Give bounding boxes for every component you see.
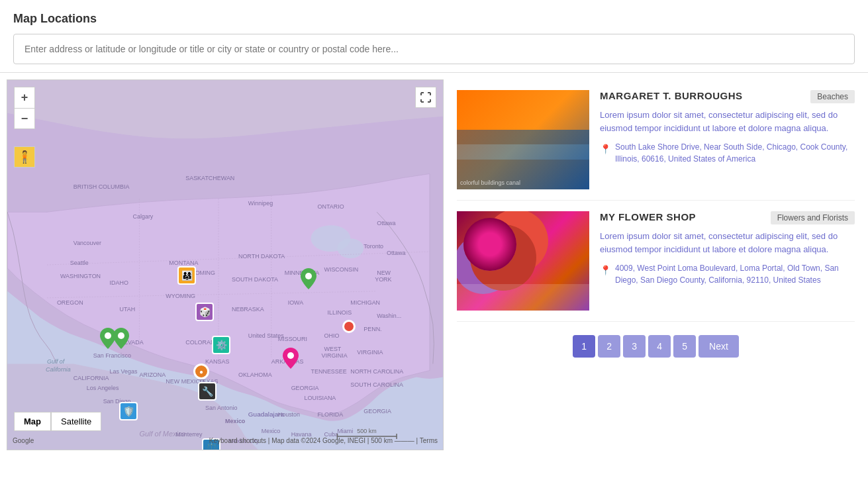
svg-text:Gulf of: Gulf of (47, 358, 66, 365)
listing-image-1 (457, 211, 589, 311)
listing-card-0: MARGARET T. BURROUGHS Beaches Lorem ipsu… (457, 79, 855, 201)
svg-text:IOWA: IOWA (288, 299, 304, 306)
listing-info-1: MY FLOWER SHOP Flowers and Florists Lore… (600, 211, 855, 286)
map-pin-6[interactable]: ● (193, 356, 209, 371)
map-zoom-controls: + − (14, 87, 35, 129)
google-logo: Google (13, 437, 34, 444)
svg-text:BRITISH COLUMBIA: BRITISH COLUMBIA (73, 183, 130, 190)
svg-text:SOUTH DAKOTA: SOUTH DAKOTA (232, 276, 278, 283)
svg-text:OREGON: OREGON (57, 299, 83, 306)
svg-text:VIRGINIA: VIRGINIA (357, 349, 383, 356)
listing-info-0: MARGARET T. BURROUGHS Beaches Lorem ipsu… (600, 90, 855, 165)
svg-text:FLORIDA: FLORIDA (318, 411, 344, 418)
svg-text:San Francisco: San Francisco (93, 352, 131, 359)
svg-text:Toronto: Toronto (363, 243, 383, 250)
svg-text:United States: United States (248, 332, 284, 339)
svg-text:NORTH CAROLINA: NORTH CAROLINA (350, 368, 403, 375)
svg-text:SASKATCHEWAN: SASKATCHEWAN (185, 175, 234, 181)
listing-panel: MARGARET T. BURROUGHS Beaches Lorem ipsu… (444, 73, 868, 481)
map-type-map-button[interactable]: Map (14, 412, 51, 431)
svg-text:GEORGIA: GEORGIA (291, 385, 319, 391)
svg-text:Winnipeg: Winnipeg (248, 200, 273, 207)
svg-point-2 (337, 238, 363, 258)
page-button-1[interactable]: 1 (573, 335, 595, 358)
map-pin-10[interactable] (301, 268, 316, 292)
svg-point-81 (105, 332, 111, 339)
map-data-attribution: Keyboard shortcuts | Map data ©2024 Goog… (209, 437, 438, 444)
svg-text:NORTH DAKOTA: NORTH DAKOTA (238, 253, 285, 260)
svg-text:WISCONSIN: WISCONSIN (324, 266, 358, 273)
svg-text:ONTARIO: ONTARIO (318, 203, 344, 210)
listing-description-0: Lorem ipsum dolor sit amet, consectetur … (600, 109, 855, 134)
svg-text:SOUTH CAROLINA: SOUTH CAROLINA (350, 381, 403, 388)
next-button[interactable]: Next (699, 335, 739, 358)
svg-text:MICHIGAN: MICHIGAN (350, 299, 380, 306)
svg-text:WASHINGTON: WASHINGTON (60, 273, 101, 279)
svg-text:WEST: WEST (324, 346, 341, 352)
svg-point-83 (305, 273, 312, 279)
svg-text:CALIFORNIA: CALIFORNIA (73, 375, 109, 381)
svg-text:Seattle: Seattle (70, 260, 89, 266)
address-pin-icon-0: 📍 (600, 142, 611, 156)
listing-address-0: 📍 South Lake Shore Drive, Near South Sid… (600, 141, 855, 165)
map-pin-12[interactable] (283, 348, 299, 371)
svg-text:Ottawa: Ottawa (377, 220, 395, 226)
svg-text:California: California (46, 366, 71, 373)
listing-image-0 (457, 90, 589, 189)
fullscreen-button[interactable] (415, 87, 436, 108)
listing-description-1: Lorem ipsum dolor sit amet, consectetur … (600, 230, 855, 256)
map-container: Gulf of Mexico BRITISH COLUMBIA SASKATCH… (7, 79, 444, 450)
listing-title-0: MARGARET T. BURROUGHS (600, 90, 743, 101)
zoom-out-button[interactable]: − (14, 108, 35, 129)
map-pin-8[interactable]: 🛡️ (119, 393, 138, 411)
svg-text:NEBRASKA: NEBRASKA (232, 306, 264, 313)
zoom-in-button[interactable]: + (14, 87, 35, 108)
svg-text:PENN.: PENN. (363, 326, 381, 332)
svg-text:UTAH: UTAH (120, 306, 136, 313)
svg-text:WYOMING: WYOMING (166, 293, 195, 299)
map-type-selector: Map Satellite (14, 412, 101, 431)
page-button-2[interactable]: 2 (598, 335, 620, 358)
map-pin-2[interactable] (113, 328, 129, 352)
svg-text:Mexico: Mexico (225, 418, 246, 424)
svg-text:Washin...: Washin... (377, 313, 401, 319)
svg-text:OKLAHOMA: OKLAHOMA (238, 371, 272, 378)
svg-text:IDAHO: IDAHO (110, 279, 128, 286)
svg-text:San Antonio: San Antonio (205, 405, 237, 411)
svg-text:Mexico: Mexico (262, 428, 280, 434)
listing-address-1: 📍 4009, West Point Loma Boulevard, Loma … (600, 262, 855, 286)
map-pin-5[interactable]: ⚙️ (212, 326, 230, 345)
svg-point-84 (287, 352, 294, 359)
svg-text:Vancouver: Vancouver (73, 240, 101, 246)
svg-text:Houston: Houston (278, 411, 300, 418)
map-attribution: Google Keyboard shortcuts | Map data ©20… (7, 437, 443, 444)
svg-text:GEORGIA: GEORGIA (363, 408, 391, 415)
svg-text:Las Vegas: Las Vegas (110, 368, 138, 375)
map-pin-4[interactable]: 🎲 (195, 293, 214, 312)
svg-text:Los Angeles: Los Angeles (87, 385, 119, 391)
page-title: Map Locations (13, 12, 855, 26)
map-pin-3[interactable]: 👨‍👩‍👧 (177, 257, 196, 275)
listing-card-1: MY FLOWER SHOP Flowers and Florists Lore… (457, 201, 855, 322)
map-pin-7[interactable]: 🔧 (198, 373, 217, 391)
svg-text:500 km: 500 km (357, 428, 376, 434)
page-button-4[interactable]: 4 (648, 335, 671, 358)
svg-text:YORK: YORK (375, 276, 391, 283)
svg-text:LOUISIANA: LOUISIANA (305, 395, 336, 401)
listing-badge-0: Beaches (810, 90, 855, 103)
street-view-button[interactable]: 🧍 (14, 146, 35, 168)
location-search-input[interactable] (13, 34, 855, 64)
page-button-3[interactable]: 3 (623, 335, 646, 358)
svg-text:NEW: NEW (377, 269, 391, 276)
svg-text:Calgary: Calgary (133, 213, 154, 220)
svg-text:ARIZONA: ARIZONA (139, 371, 166, 378)
svg-text:TENNESSEE: TENNESSEE (311, 368, 347, 375)
map-pin-11[interactable] (342, 313, 356, 326)
svg-text:OHIO: OHIO (324, 332, 339, 339)
map-type-satellite-button[interactable]: Satellite (51, 412, 101, 431)
listing-title-1: MY FLOWER SHOP (600, 211, 696, 222)
svg-text:VIRGINIA: VIRGINIA (321, 352, 347, 359)
page-button-5[interactable]: 5 (673, 335, 696, 358)
svg-text:Miami: Miami (337, 428, 353, 434)
address-pin-icon-1: 📍 (600, 264, 611, 277)
